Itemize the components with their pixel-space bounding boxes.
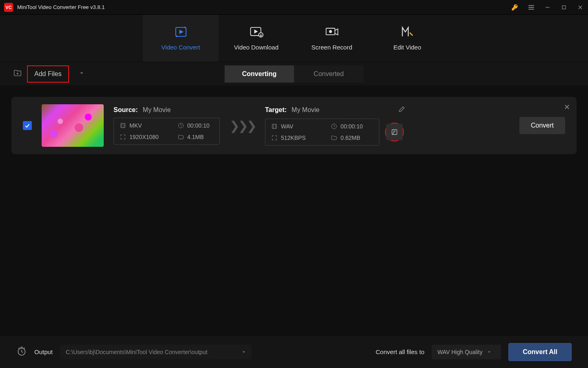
- tab-edit-video[interactable]: Edit Video: [370, 15, 445, 62]
- remove-file-button[interactable]: ✕: [564, 103, 570, 112]
- svg-rect-4: [562, 6, 566, 9]
- target-duration: 00:00:10: [331, 123, 373, 130]
- format-value: WAV High Quality: [437, 349, 482, 355]
- key-icon[interactable]: [511, 4, 519, 11]
- source-duration: 00:00:10: [178, 122, 214, 129]
- source-format: MKV: [120, 122, 163, 129]
- tab-label: Screen Record: [311, 44, 352, 51]
- file-thumbnail: [42, 104, 104, 147]
- target-name: My Movie: [292, 106, 319, 114]
- convert-all-button[interactable]: Convert All: [508, 343, 572, 361]
- edit-name-button[interactable]: [398, 105, 405, 114]
- title-bar: VC MiniTool Video Converter Free v3.8.1: [0, 0, 588, 15]
- maximize-button[interactable]: [560, 4, 568, 11]
- svg-point-11: [329, 30, 331, 32]
- source-label: Source:: [114, 106, 138, 114]
- window-title: MiniTool Video Converter Free v3.8.1: [17, 4, 511, 10]
- target-bitrate: 512KBPS: [271, 135, 316, 141]
- chevron-down-icon: [241, 350, 246, 355]
- target-label: Target:: [265, 106, 287, 114]
- app-logo-icon: VC: [4, 3, 13, 12]
- convert-button[interactable]: Convert: [519, 117, 565, 134]
- source-name: My Movie: [143, 106, 171, 114]
- target-size: 0.62MB: [331, 135, 373, 141]
- menu-icon[interactable]: [528, 4, 535, 11]
- target-settings-button[interactable]: [385, 123, 404, 141]
- tab-label: Video Convert: [161, 44, 200, 51]
- output-path-select[interactable]: C:\Users\bj\Documents\MiniTool Video Con…: [60, 345, 252, 359]
- toolbar: Add Files Converting Converted: [0, 62, 588, 85]
- subtab-converting[interactable]: Converting: [225, 65, 294, 83]
- source-size: 4.1MB: [178, 134, 214, 140]
- file-checkbox[interactable]: [23, 121, 32, 130]
- add-folder-icon: [13, 69, 22, 79]
- file-card: ✕ Source: My Movie MKV 00:00:10: [11, 97, 577, 154]
- main-tabs: Video Convert Video Download Screen Reco…: [0, 15, 588, 62]
- target-format: WAV: [271, 123, 316, 130]
- source-resolution: 1920X1080: [120, 134, 163, 140]
- sub-tabs: Converting Converted: [225, 65, 363, 83]
- tab-screen-record[interactable]: Screen Record: [294, 15, 370, 62]
- tab-video-download[interactable]: Video Download: [218, 15, 294, 62]
- close-button[interactable]: [577, 4, 584, 11]
- tab-label: Edit Video: [393, 44, 421, 51]
- output-path: C:\Users\bj\Documents\MiniTool Video Con…: [66, 349, 207, 355]
- svg-rect-14: [121, 123, 125, 128]
- timer-icon[interactable]: [16, 346, 27, 358]
- subtab-converted[interactable]: Converted: [294, 65, 363, 83]
- output-label: Output: [34, 348, 53, 355]
- tab-label: Video Download: [234, 44, 278, 51]
- add-files-button[interactable]: Add Files: [27, 65, 69, 83]
- target-info: Target: My Movie WAV 00:00:10: [265, 105, 405, 146]
- source-info: Source: My Movie MKV 00:00:10 1920X1080: [114, 106, 220, 145]
- minimize-button[interactable]: [544, 4, 551, 11]
- chevron-down-icon: [487, 350, 492, 355]
- arrow-icon: ❯❯❯: [229, 119, 255, 133]
- add-files-dropdown[interactable]: [79, 70, 85, 78]
- file-list: ✕ Source: My Movie MKV 00:00:10: [0, 85, 588, 166]
- tab-video-convert[interactable]: Video Convert: [143, 15, 218, 62]
- svg-rect-18: [272, 124, 277, 129]
- footer-bar: Output C:\Users\bj\Documents\MiniTool Vi…: [0, 335, 588, 368]
- convert-all-label: Convert all files to: [376, 348, 424, 355]
- target-format-select[interactable]: WAV High Quality: [432, 345, 501, 359]
